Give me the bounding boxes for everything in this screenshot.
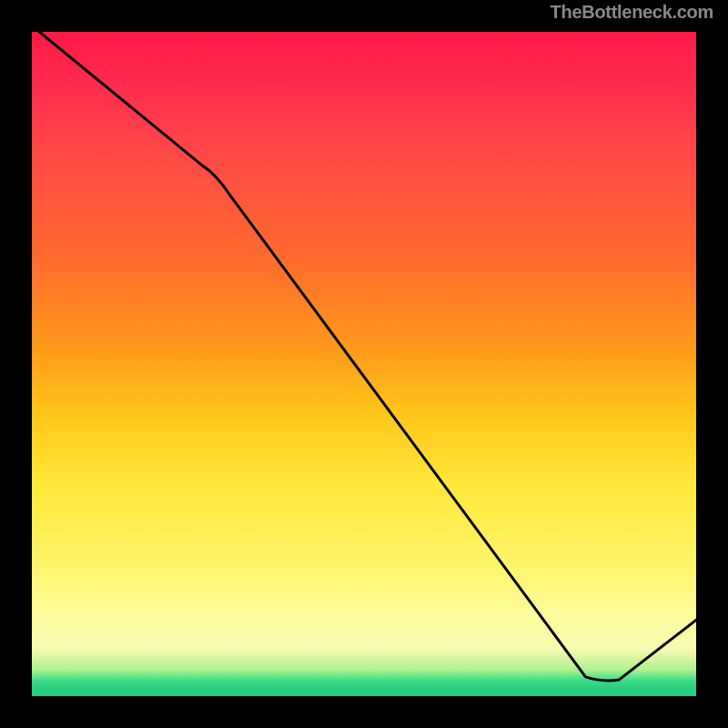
chart-container: TheBottleneck.com — [0, 0, 728, 728]
watermark-text: TheBottleneck.com — [551, 2, 713, 23]
line-layer — [28, 28, 700, 700]
curve-line — [35, 28, 700, 681]
plot-area — [28, 28, 700, 700]
